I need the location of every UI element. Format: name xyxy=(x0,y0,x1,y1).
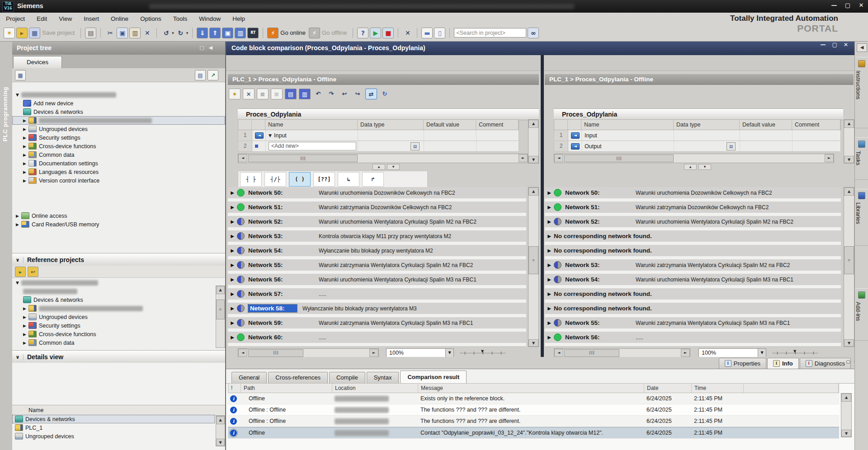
expand-network-icon[interactable]: ▶ xyxy=(228,205,237,210)
expand-arrow-icon[interactable]: ▶ xyxy=(23,118,28,123)
tree-item[interactable]: ▶ ▼ Common data xyxy=(12,338,215,347)
copy-icon[interactable]: ▣ xyxy=(117,28,128,38)
menu-item[interactable]: Tools xyxy=(167,15,193,22)
inspector-tab[interactable]: Cross-references xyxy=(268,372,328,384)
expand-arrow-icon[interactable]: ▶ xyxy=(16,214,21,218)
network-row[interactable]: ▶ Network 55: Warunki zatrzymania Wentyl… xyxy=(545,317,841,328)
tree-item[interactable]: ▶ ▼ Security settings xyxy=(12,321,215,330)
tree-item[interactable]: ▶ ▼ Cross-device functions xyxy=(12,330,215,338)
network-row[interactable]: ▶ Network 51: Warunki zatrzymania Dozown… xyxy=(228,202,526,213)
tree-item[interactable]: ▶ ▼ Common data xyxy=(12,150,225,159)
new-project-icon[interactable]: ✶ xyxy=(4,28,15,38)
expand-network-icon[interactable]: ▶ xyxy=(228,248,237,253)
redo-icon[interactable]: ↻ xyxy=(175,28,186,38)
column-header[interactable]: Comment xyxy=(476,120,519,130)
tree-item[interactable]: ▶ ▼ Devices & networks xyxy=(12,108,225,116)
device-overview-icon[interactable]: ▦ xyxy=(15,70,26,80)
start-runtime-icon[interactable]: RT xyxy=(247,28,259,38)
expand-arrow-icon[interactable]: ▶ xyxy=(23,153,28,157)
left-network-scrollbar[interactable]: ▲ ≡ ▼ xyxy=(528,187,539,347)
add-new-input[interactable]: <Add new> xyxy=(269,142,356,150)
open-branch-icon[interactable]: ↳ xyxy=(338,172,359,187)
result-row[interactable]: i Offline : Offline The functions ??? an… xyxy=(228,416,839,427)
collapse-section-icon[interactable]: ∨ xyxy=(12,354,24,360)
upload-from-device-icon[interactable]: ⇑ xyxy=(209,28,221,38)
expand-network-icon[interactable]: ▶ xyxy=(228,335,237,340)
inspector-tab[interactable]: General xyxy=(231,372,267,384)
menu-item[interactable]: Insert xyxy=(78,15,105,22)
expand-network-icon[interactable]: ▶ xyxy=(228,291,237,296)
tree-item[interactable]: ▶ ▼ Version control interface xyxy=(12,176,225,185)
network-row[interactable]: ▶ No corresponding network found. xyxy=(545,303,841,314)
tab-libraries[interactable]: Libraries xyxy=(855,189,868,246)
tree-item[interactable]: ▶ ▼ Languages & resources xyxy=(12,168,225,176)
network-row[interactable]: ▶ Network 53: Kontrola otwarcia klapy M1… xyxy=(228,230,526,242)
left-network-hscrollbar[interactable]: ◄ ║║║ ► xyxy=(238,348,379,357)
next-difference-icon[interactable]: ↷ xyxy=(326,89,337,98)
expand-network-icon[interactable]: ▶ xyxy=(228,219,237,224)
tab-devices[interactable]: Devices xyxy=(13,56,62,69)
var-row-input[interactable]: 1 ◄ ▼Input xyxy=(238,130,519,141)
var-row-input[interactable]: 1 ◄ Input xyxy=(554,130,841,141)
inspector-tab[interactable]: Compile xyxy=(329,372,365,384)
expand-network-icon[interactable]: ▶ xyxy=(545,262,554,267)
expand-network-icon[interactable]: ▶ xyxy=(228,234,237,239)
plc-programming-rail-label[interactable]: PLC programming xyxy=(2,87,9,141)
expand-network-icon[interactable]: ▶ xyxy=(228,320,237,325)
tab-add-ins[interactable]: Add-ins xyxy=(855,288,868,341)
column-header[interactable]: ! xyxy=(228,384,241,393)
right-network-hscrollbar[interactable]: ◄ ║║║ ► xyxy=(554,348,690,357)
network-row[interactable]: ▶ Network 55: Warunki zatrzymania Wentyl… xyxy=(228,259,526,271)
network-row[interactable]: ▶ Network 50: Warunki uruchomienia Dozow… xyxy=(545,187,841,198)
expand-network-icon[interactable]: ▶ xyxy=(228,262,237,267)
network-row[interactable]: ▶ No corresponding network found. xyxy=(545,245,841,256)
insert-network-icon[interactable]: ≡ xyxy=(257,89,269,99)
expand-arrow-icon[interactable]: ▶ xyxy=(23,341,28,345)
menu-item[interactable]: Online xyxy=(105,15,134,22)
column-header[interactable]: Data type xyxy=(358,120,424,130)
network-row[interactable]: ▶ Network 50: Warunki uruchomienia Dozow… xyxy=(228,187,526,198)
expand-arrow-icon[interactable]: ▶ xyxy=(23,306,28,311)
maximize-button[interactable]: ▢ xyxy=(843,2,853,9)
download-to-device-icon[interactable]: ⇓ xyxy=(197,28,208,38)
list-view-icon[interactable]: ▤ xyxy=(195,70,206,80)
expand-arrow-icon[interactable]: ▶ xyxy=(23,323,28,328)
menu-item[interactable]: Edit xyxy=(31,15,53,22)
tree-item[interactable]: ▶ ▼ Devices & networks xyxy=(12,295,215,304)
cut-icon[interactable]: ✂ xyxy=(105,28,115,38)
close-button[interactable]: ✕ xyxy=(856,2,866,9)
save-project-icon[interactable]: ▦ xyxy=(29,28,40,38)
editor-minimize-icon[interactable]: — xyxy=(821,42,826,48)
expand-network-icon[interactable]: ▶ xyxy=(228,306,237,311)
network-row[interactable]: ▶ Network 56: ..... xyxy=(545,332,841,343)
details-scrollbar[interactable]: ▲ ▼ xyxy=(216,416,225,446)
right-table-hscrollbar[interactable]: ◄ ║║║ ► xyxy=(554,154,834,163)
menu-item[interactable]: View xyxy=(53,15,78,22)
split-editor-horizontal-icon[interactable]: ▬ xyxy=(421,28,433,38)
float-inspector-icon[interactable]: ▢ xyxy=(846,359,850,364)
var-row-output[interactable]: 2 ◄ Output ▤ xyxy=(554,141,841,152)
column-header[interactable]: Date xyxy=(644,384,692,393)
cross-references-icon[interactable]: ✕ xyxy=(402,28,413,38)
network-row[interactable]: ▶ No corresponding network found. xyxy=(545,230,841,242)
network-row[interactable]: ▶ Network 57: ..... xyxy=(228,288,526,300)
network-row[interactable]: ▶ Network 54: Warunki uruchomienia Wenty… xyxy=(545,274,841,285)
zoom-slider[interactable]: ▼ xyxy=(773,349,818,357)
expand-arrow-icon[interactable]: ▶ xyxy=(23,315,28,319)
collapse-arrow-icon[interactable]: ▼ xyxy=(269,133,274,138)
expand-arrow-icon[interactable]: ▶ xyxy=(23,170,28,174)
reference-projects-header[interactable]: ∨ Reference projects xyxy=(12,253,225,267)
column-header[interactable]: Time xyxy=(692,384,744,393)
datatype-picker-button[interactable]: ▤ xyxy=(410,142,420,150)
inspector-tab[interactable]: Comparison result xyxy=(400,370,467,384)
column-header[interactable]: Name xyxy=(265,120,358,130)
network-row[interactable]: ▶ Network 53: Warunki zatrzymania Wentyl… xyxy=(545,259,841,271)
network-row[interactable]: ▶ Network 52: Warunki uruchomienia Wenty… xyxy=(228,216,526,227)
accessible-devices-icon[interactable]: ? xyxy=(357,28,368,38)
editor-close-icon[interactable]: ✕ xyxy=(844,42,848,48)
delete-icon[interactable]: ✕ xyxy=(142,28,152,38)
minimize-button[interactable]: — xyxy=(829,2,839,9)
paste-icon[interactable]: ▥ xyxy=(129,28,141,38)
tree-item[interactable]: ▶ ▼ xyxy=(12,287,215,295)
column-header[interactable] xyxy=(744,384,839,393)
